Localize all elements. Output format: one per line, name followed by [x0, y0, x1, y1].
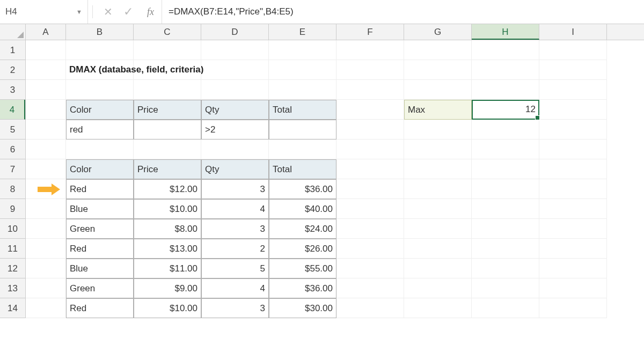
cell-I9[interactable]: [539, 199, 607, 219]
cell-A4[interactable]: [26, 100, 66, 120]
row-header-10[interactable]: 10: [0, 219, 25, 239]
cell-B13[interactable]: Green: [66, 278, 134, 298]
row-header-4[interactable]: 4: [0, 100, 25, 120]
cell-A12[interactable]: [26, 259, 66, 278]
cell-H7[interactable]: [472, 159, 539, 179]
cell-I1[interactable]: [539, 40, 607, 60]
cell-C3[interactable]: [134, 80, 201, 100]
cell-A10[interactable]: [26, 219, 66, 239]
row-header-9[interactable]: 9: [0, 199, 25, 219]
cell-I12[interactable]: [539, 259, 607, 278]
cell-B1[interactable]: [66, 40, 134, 60]
cell-G10[interactable]: [404, 219, 472, 239]
cell-A5[interactable]: [26, 120, 66, 139]
cell-F12[interactable]: [336, 259, 404, 278]
cell-F7[interactable]: [336, 159, 404, 179]
row-header-5[interactable]: 5: [0, 120, 25, 139]
cell-B12[interactable]: Blue: [66, 259, 134, 278]
cell-A13[interactable]: [26, 278, 66, 298]
cell-G4[interactable]: Max: [404, 100, 472, 120]
cell-H8[interactable]: [472, 179, 539, 199]
cell-F8[interactable]: [336, 179, 404, 199]
cell-C8[interactable]: $12.00: [134, 179, 201, 199]
cell-D9[interactable]: 4: [201, 199, 269, 219]
cell-A6[interactable]: [26, 139, 66, 159]
cell-H5[interactable]: [472, 120, 539, 139]
cell-E4[interactable]: Total: [269, 100, 336, 120]
cell-C14[interactable]: $10.00: [134, 298, 201, 318]
cell-D1[interactable]: [201, 40, 269, 60]
cell-E10[interactable]: $24.00: [269, 219, 336, 239]
cell-C1[interactable]: [134, 40, 201, 60]
col-header-F[interactable]: F: [336, 24, 404, 40]
cell-F1[interactable]: [336, 40, 404, 60]
row-header-2[interactable]: 2: [0, 60, 25, 80]
cell-B10[interactable]: Green: [66, 219, 134, 239]
cell-E6[interactable]: [269, 139, 336, 159]
cell-E1[interactable]: [269, 40, 336, 60]
cell-D10[interactable]: 3: [201, 219, 269, 239]
enter-icon[interactable]: ✓: [123, 5, 133, 19]
row-header-7[interactable]: 7: [0, 159, 25, 179]
cell-D12[interactable]: 5: [201, 259, 269, 278]
cell-D11[interactable]: 2: [201, 239, 269, 259]
cell-H12[interactable]: [472, 259, 539, 278]
cell-A11[interactable]: [26, 239, 66, 259]
cell-D3[interactable]: [201, 80, 269, 100]
cell-C6[interactable]: [134, 139, 201, 159]
cell-B6[interactable]: [66, 139, 134, 159]
cell-F10[interactable]: [336, 219, 404, 239]
cell-C5[interactable]: [134, 120, 201, 139]
col-header-I[interactable]: I: [539, 24, 607, 40]
formula-input[interactable]: =DMAX(B7:E14,"Price",B4:E5): [162, 0, 644, 24]
cell-D6[interactable]: [201, 139, 269, 159]
cell-G6[interactable]: [404, 139, 472, 159]
cell-A3[interactable]: [26, 80, 66, 100]
cell-A7[interactable]: [26, 159, 66, 179]
row-header-12[interactable]: 12: [0, 259, 25, 278]
cell-G7[interactable]: [404, 159, 472, 179]
cell-I3[interactable]: [539, 80, 607, 100]
cell-D8[interactable]: 3: [201, 179, 269, 199]
cell-B11[interactable]: Red: [66, 239, 134, 259]
cell-I5[interactable]: [539, 120, 607, 139]
cell-G1[interactable]: [404, 40, 472, 60]
cell-I11[interactable]: [539, 239, 607, 259]
cell-E12[interactable]: $55.00: [269, 259, 336, 278]
cell-G2[interactable]: [404, 60, 472, 80]
cell-A2[interactable]: [26, 60, 66, 80]
fx-icon[interactable]: fx: [144, 6, 157, 18]
cell-C7[interactable]: Price: [134, 159, 201, 179]
cell-A9[interactable]: [26, 199, 66, 219]
cell-B2[interactable]: DMAX (database, field, criteria): [66, 60, 134, 80]
cell-B3[interactable]: [66, 80, 134, 100]
row-header-6[interactable]: 6: [0, 139, 25, 159]
cell-H10[interactable]: [472, 219, 539, 239]
cell-F14[interactable]: [336, 298, 404, 318]
cell-G5[interactable]: [404, 120, 472, 139]
cell-D14[interactable]: 3: [201, 298, 269, 318]
cell-F5[interactable]: [336, 120, 404, 139]
cell-C9[interactable]: $10.00: [134, 199, 201, 219]
cell-B4[interactable]: Color: [66, 100, 134, 120]
cell-F4[interactable]: [336, 100, 404, 120]
cell-B9[interactable]: Blue: [66, 199, 134, 219]
cell-G13[interactable]: [404, 278, 472, 298]
col-header-C[interactable]: C: [134, 24, 201, 40]
cell-C12[interactable]: $11.00: [134, 259, 201, 278]
cell-E9[interactable]: $40.00: [269, 199, 336, 219]
cell-G3[interactable]: [404, 80, 472, 100]
col-header-G[interactable]: G: [404, 24, 472, 40]
select-all-corner[interactable]: [0, 24, 26, 40]
cell-H3[interactable]: [472, 80, 539, 100]
cell-I6[interactable]: [539, 139, 607, 159]
cell-H6[interactable]: [472, 139, 539, 159]
col-header-D[interactable]: D: [201, 24, 269, 40]
cell-C2[interactable]: [134, 60, 201, 80]
cell-D4[interactable]: Qty: [201, 100, 269, 120]
cell-G12[interactable]: [404, 259, 472, 278]
cell-E5[interactable]: [269, 120, 336, 139]
row-header-1[interactable]: 1: [0, 40, 25, 60]
cell-B14[interactable]: Red: [66, 298, 134, 318]
cell-D7[interactable]: Qty: [201, 159, 269, 179]
